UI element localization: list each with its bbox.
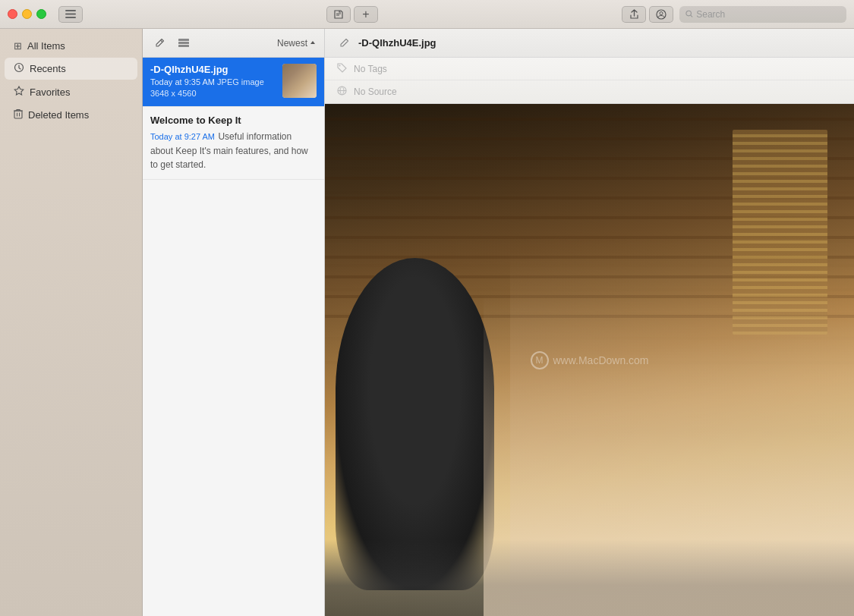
- sidebar-item-all-items[interactable]: ⊞ All Items: [5, 36, 137, 56]
- svg-rect-7: [14, 111, 22, 118]
- svg-rect-8: [178, 39, 189, 41]
- item-dimensions: 3648 x 4560: [150, 89, 197, 98]
- titlebar-right-actions: [622, 6, 673, 23]
- search-bar[interactable]: [679, 6, 846, 23]
- item-title: Welcome to Keep It: [150, 115, 317, 126]
- watermark-circle: M: [530, 351, 548, 369]
- source-icon: [336, 86, 348, 98]
- items-list: -D-QlhzhU4E.jpg Today at 9:35 AM JPEG im…: [143, 58, 324, 616]
- sidebar-toggle-button[interactable]: [58, 6, 83, 23]
- sidebar-label-all-items: All Items: [27, 40, 65, 52]
- svg-point-4: [660, 11, 663, 14]
- list-item-text: -D-QlhzhU4E.jpg Today at 9:35 AM JPEG im…: [150, 64, 276, 100]
- middle-toolbar: Newest: [143, 29, 324, 58]
- list-item-content: -D-QlhzhU4E.jpg Today at 9:35 AM JPEG im…: [150, 64, 317, 100]
- thumbnail-image: [282, 64, 317, 98]
- svg-rect-2: [65, 17, 76, 18]
- all-items-icon: ⊞: [14, 40, 22, 52]
- deleted-items-icon: [14, 108, 23, 121]
- detail-toolbar: -D-QlhzhU4E.jpg: [325, 29, 854, 58]
- sidebar-label-favorites: Favorites: [30, 86, 70, 98]
- svg-point-5: [686, 11, 692, 16]
- sidebar-label-recents: Recents: [30, 63, 66, 74]
- list-view-button[interactable]: [175, 36, 193, 51]
- svg-rect-0: [65, 10, 76, 11]
- favorites-icon: [14, 86, 24, 98]
- list-item[interactable]: Welcome to Keep It Today at 9:27 AM Usef…: [143, 107, 324, 180]
- detail-title: -D-QlhzhU4E.jpg: [358, 37, 843, 49]
- svg-rect-10: [178, 45, 189, 47]
- watermark-text: www.MacDown.com: [553, 354, 648, 366]
- sidebar-label-deleted-items: Deleted Items: [28, 109, 89, 121]
- source-row[interactable]: No Source: [325, 80, 854, 103]
- sort-label-text: Newest: [277, 38, 307, 49]
- tags-row[interactable]: No Tags: [325, 58, 854, 80]
- edit-icon-button[interactable]: [150, 36, 169, 51]
- sort-arrow-icon: [309, 39, 317, 47]
- middle-panel: Newest -D-QlhzhU4E.jpg Today at 9:35 AM …: [143, 29, 325, 616]
- item-timestamp: Today at 9:27 AM: [150, 132, 215, 141]
- svg-rect-1: [65, 14, 76, 15]
- photo-display: M www.MacDown.com: [325, 104, 854, 616]
- share-button[interactable]: [622, 6, 646, 23]
- search-icon: [685, 10, 693, 18]
- search-input[interactable]: [696, 9, 840, 20]
- close-button[interactable]: [8, 9, 17, 19]
- tag-icon: [336, 63, 348, 75]
- traffic-lights: [8, 9, 46, 19]
- new-note-button[interactable]: [326, 6, 351, 23]
- sort-selector[interactable]: Newest: [277, 38, 317, 49]
- tags-value: No Tags: [354, 64, 387, 74]
- image-container: M www.MacDown.com: [325, 104, 854, 616]
- sidebar: ⊞ All Items Recents Favorites: [0, 29, 143, 616]
- watermark: M www.MacDown.com: [530, 351, 648, 369]
- list-item[interactable]: -D-QlhzhU4E.jpg Today at 9:35 AM JPEG im…: [143, 58, 324, 107]
- item-type: JPEG image: [217, 77, 264, 86]
- item-description-area: Today at 9:27 AM Useful information abou…: [150, 129, 317, 171]
- svg-rect-9: [178, 42, 189, 44]
- sidebar-item-deleted-items[interactable]: Deleted Items: [5, 104, 137, 126]
- source-value: No Source: [354, 86, 397, 97]
- item-meta: Today at 9:35 AM JPEG image 3648 x 4560: [150, 77, 276, 100]
- titlebar-actions: +: [326, 6, 378, 23]
- detail-edit-button[interactable]: [336, 35, 352, 52]
- recents-icon: [14, 62, 24, 75]
- item-timestamp: Today at 9:35 AM: [150, 77, 215, 86]
- metadata-bar: No Tags No Source: [325, 58, 854, 104]
- minimize-button[interactable]: [22, 9, 32, 19]
- add-button[interactable]: +: [354, 6, 378, 23]
- main-container: ⊞ All Items Recents Favorites: [0, 29, 854, 616]
- item-title: -D-QlhzhU4E.jpg: [150, 64, 276, 75]
- right-panel: -D-QlhzhU4E.jpg No Tags: [325, 29, 854, 616]
- sidebar-item-favorites[interactable]: Favorites: [5, 81, 137, 102]
- account-button[interactable]: [649, 6, 673, 23]
- svg-point-11: [339, 64, 340, 66]
- titlebar: +: [0, 0, 854, 29]
- item-thumbnail: [282, 64, 317, 98]
- maximize-button[interactable]: [36, 9, 46, 19]
- sidebar-item-recents[interactable]: Recents: [5, 58, 137, 80]
